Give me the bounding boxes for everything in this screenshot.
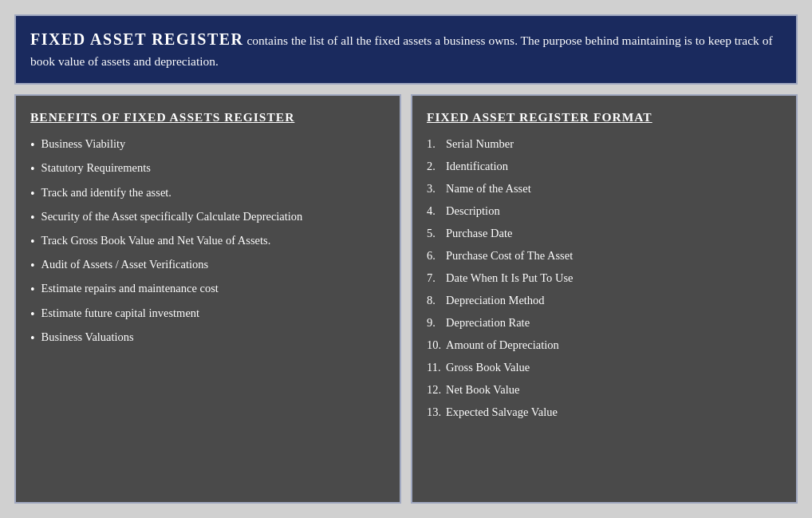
item-number: 1. [427, 136, 446, 152]
item-number: 7. [427, 270, 446, 287]
format-item: 10.Amount of Depreciation [427, 337, 782, 354]
item-text: Serial Number [446, 136, 514, 152]
format-item: 12.Net Book Value [427, 382, 782, 398]
item-text: Depreciation Method [446, 292, 545, 309]
format-item: 5.Purchase Date [427, 225, 782, 242]
item-number: 5. [427, 225, 446, 242]
benefit-item: Estimate future capital investment [30, 305, 385, 323]
benefit-item: Estimate repairs and maintenance cost [30, 280, 385, 299]
item-number: 2. [427, 158, 446, 175]
benefit-item: Business Viability [30, 136, 385, 154]
format-item: 11.Gross Book Value [427, 359, 782, 376]
columns-row: BENEFITS OF FIXED ASSETS REGISTER Busine… [14, 94, 798, 504]
item-text: Net Book Value [446, 382, 519, 398]
item-number: 4. [427, 203, 446, 219]
header-title: FIXED ASSET REGISTER [30, 30, 244, 48]
item-text: Depreciation Rate [446, 314, 530, 331]
format-item: 2.Identification [427, 158, 782, 175]
item-number: 6. [427, 247, 446, 264]
left-column-title: BENEFITS OF FIXED ASSETS REGISTER [30, 109, 385, 126]
format-item: 1.Serial Number [427, 136, 782, 152]
benefit-item: Business Valuations [30, 329, 385, 347]
item-text: Expected Salvage Value [446, 404, 558, 421]
header-box: FIXED ASSET REGISTER contains the list o… [14, 14, 798, 85]
format-item: 3.Name of the Asset [427, 180, 782, 197]
benefit-item: Statutory Requirements [30, 160, 385, 178]
left-column-box: BENEFITS OF FIXED ASSETS REGISTER Busine… [14, 94, 401, 504]
item-text: Gross Book Value [446, 359, 530, 376]
item-number: 12. [427, 382, 446, 398]
benefit-item: Audit of Assets / Asset Verifications [30, 256, 385, 275]
item-number: 13. [427, 404, 446, 421]
format-item: 13.Expected Salvage Value [427, 404, 782, 421]
benefit-item: Track and identify the asset. [30, 184, 385, 203]
item-number: 3. [427, 180, 446, 197]
format-item: 6.Purchase Cost of The Asset [427, 247, 782, 264]
item-number: 8. [427, 292, 446, 309]
item-text: Description [446, 203, 500, 219]
item-text: Date When It Is Put To Use [446, 270, 574, 287]
right-column-title: FIXED ASSET REGISTER FORMAT [427, 109, 782, 126]
item-text: Purchase Date [446, 225, 512, 242]
format-list: 1.Serial Number2.Identification3.Name of… [427, 136, 782, 421]
right-column-box: FIXED ASSET REGISTER FORMAT 1.Serial Num… [411, 94, 798, 504]
item-number: 10. [427, 337, 446, 354]
item-text: Purchase Cost of The Asset [446, 247, 573, 264]
item-text: Amount of Depreciation [446, 337, 559, 354]
item-text: Name of the Asset [446, 180, 531, 197]
benefit-item: Security of the Asset specifically Calcu… [30, 208, 385, 227]
format-item: 7.Date When It Is Put To Use [427, 270, 782, 287]
benefits-list: Business ViabilityStatutory Requirements… [30, 136, 385, 347]
format-item: 9.Depreciation Rate [427, 314, 782, 331]
format-item: 4.Description [427, 203, 782, 219]
item-number: 9. [427, 314, 446, 331]
item-number: 11. [427, 359, 446, 376]
benefit-item: Track Gross Book Value and Net Value of … [30, 232, 385, 251]
format-item: 8.Depreciation Method [427, 292, 782, 309]
item-text: Identification [446, 158, 508, 175]
